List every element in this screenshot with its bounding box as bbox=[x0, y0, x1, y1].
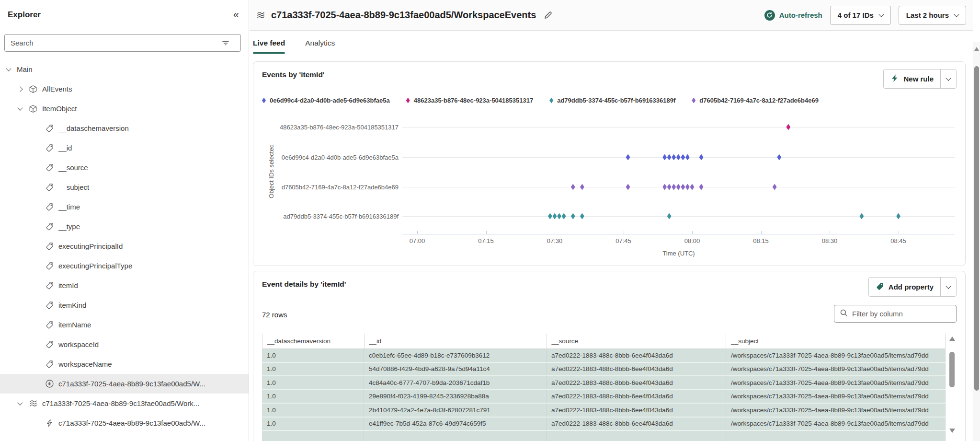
edit-title-icon[interactable] bbox=[544, 11, 553, 20]
tree-item-itemname[interactable]: itemName bbox=[0, 315, 249, 335]
scroll-up-icon[interactable] bbox=[974, 47, 979, 51]
tree-item-itemid[interactable]: itemId bbox=[0, 276, 249, 295]
category-label: ad79ddb5-3374-455c-b57f-b6916336189f bbox=[253, 213, 399, 220]
tree-item-workspacename[interactable]: workspaceName bbox=[0, 354, 249, 374]
tag-icon bbox=[45, 281, 54, 290]
tree-item-itemkind[interactable]: itemKind bbox=[0, 295, 249, 315]
column-header-dataschemaversion[interactable]: __dataschemaversion bbox=[262, 334, 365, 348]
collapse-sidebar-icon[interactable]: « bbox=[233, 10, 239, 20]
tree-item-label: itemKind bbox=[58, 301, 86, 309]
legend-item[interactable]: 0e6d99c4-d2a0-4d0b-ade5-6d9e63bfae5a bbox=[262, 97, 390, 104]
data-point-diamond bbox=[859, 213, 864, 220]
table-scrollbar[interactable] bbox=[946, 335, 958, 441]
data-point-diamond bbox=[681, 154, 685, 161]
filter-column-box[interactable] bbox=[834, 305, 957, 323]
table-cell bbox=[547, 431, 726, 441]
data-point-diamond bbox=[786, 124, 790, 130]
tab-live-feed[interactable]: Live feed bbox=[253, 31, 285, 56]
tab-analytics[interactable]: Analytics bbox=[305, 31, 335, 56]
events-panel-title: Events by 'itemId' bbox=[262, 70, 325, 79]
data-point-diamond bbox=[896, 213, 900, 220]
title-bar: c71a333f-7025-4aea-8b89-9c13fae00ad5/Wor… bbox=[250, 0, 973, 31]
table-scrollbar-thumb[interactable] bbox=[949, 352, 955, 387]
tree-item-__type[interactable]: __type bbox=[0, 217, 249, 236]
stream-icon bbox=[28, 399, 38, 408]
auto-refresh-toggle[interactable]: Auto-refresh bbox=[764, 10, 822, 21]
tree-item-label: AllEvents bbox=[42, 85, 72, 93]
tree-item-itemobject[interactable]: ItemObject bbox=[0, 99, 249, 118]
table-cell: 1.0 bbox=[262, 349, 364, 362]
x-tick-label: 07:30 bbox=[538, 237, 571, 244]
table-cell: 1.0 bbox=[262, 376, 364, 389]
table-cell: a7ed0222-1883-488c-8bbb-6ee4f043da6d bbox=[547, 376, 726, 389]
tree-item-__subject[interactable]: __subject bbox=[0, 177, 249, 197]
chevron-down-icon[interactable] bbox=[17, 105, 23, 110]
data-point-diamond bbox=[667, 213, 672, 220]
table-cell bbox=[726, 431, 946, 441]
x-tick-mark bbox=[692, 231, 693, 234]
tag-icon bbox=[45, 360, 54, 369]
tree-item-c71a333f-7025-4aea-8b89-9c13fae00ad5-work-[interactable]: c71a333f-7025-4aea-8b89-9c13fae00ad5/Wor… bbox=[0, 394, 249, 413]
data-point-diamond bbox=[662, 154, 667, 161]
table-row[interactable]: 1.0c0eb1efc-65ee-4d89-b18c-e737609b3612a… bbox=[262, 349, 946, 363]
table-row[interactable]: 1.0e41ff9ec-7b5d-452a-87c6-49d974c659f5a… bbox=[262, 418, 946, 431]
table-cell bbox=[262, 431, 364, 441]
gridline bbox=[402, 216, 955, 217]
ids-dropdown-label: 4 of 17 IDs bbox=[838, 11, 874, 19]
ids-dropdown[interactable]: 4 of 17 IDs bbox=[830, 6, 891, 25]
scroll-down-icon[interactable] bbox=[949, 429, 955, 433]
page-scrollbar[interactable] bbox=[973, 42, 980, 441]
tree-item-__dataschemaversion[interactable]: __dataschemaversion bbox=[0, 118, 249, 138]
data-point-diamond bbox=[562, 213, 566, 220]
tree-item-label: __dataschemaversion bbox=[58, 124, 129, 132]
tree-item-executingprincipalid[interactable]: executingPrincipalId bbox=[0, 236, 249, 256]
table-row[interactable]: 1.04c84a40c-6777-4707-b9da-203671cdaf1ba… bbox=[262, 376, 946, 390]
category-label: d7605b42-7169-4a7c-8a12-f27ade6b4e69 bbox=[253, 184, 399, 191]
tree-item-label: c71a333f-7025-4aea-8b89-9c13fae00ad5/W..… bbox=[58, 419, 205, 427]
tree-item-__source[interactable]: __source bbox=[0, 158, 249, 177]
time-range-dropdown[interactable]: Last 2 hours bbox=[899, 6, 966, 25]
table-cell: 1.0 bbox=[262, 390, 364, 403]
table-row-partial[interactable] bbox=[262, 431, 946, 441]
tree-item-__time[interactable]: __time bbox=[0, 197, 249, 217]
page-scrollbar-thumb[interactable] bbox=[974, 66, 979, 391]
filter-icon[interactable] bbox=[221, 38, 230, 48]
chevron-right-icon[interactable] bbox=[17, 86, 23, 92]
table-row[interactable]: 1.054d70886-f429-4bd9-a628-9a75d94a11c4a… bbox=[262, 363, 946, 377]
filter-column-input[interactable] bbox=[852, 310, 951, 318]
column-header-subject[interactable]: __subject bbox=[726, 334, 946, 348]
scroll-up-icon[interactable] bbox=[949, 337, 955, 341]
data-point-diamond bbox=[681, 184, 685, 190]
add-property-button[interactable]: Add property bbox=[868, 277, 957, 297]
category-label: 48623a35-b876-48ec-923a-504185351317 bbox=[253, 124, 399, 131]
table-cell: 2b410479-42a2-4e7a-8d3f-62807281c791 bbox=[364, 404, 547, 417]
table-row[interactable]: 1.02b410479-42a2-4e7a-8d3f-62807281c791a… bbox=[262, 404, 946, 418]
cube-icon bbox=[28, 84, 38, 94]
sidebar-search-box[interactable] bbox=[4, 34, 241, 52]
column-header-source[interactable]: __source bbox=[547, 334, 727, 348]
events-chart-panel: Events by 'itemId' New rule 0e6d99c4-d2a… bbox=[253, 61, 966, 266]
main-area: c71a333f-7025-4aea-8b89-9c13fae00ad5/Wor… bbox=[250, 0, 973, 441]
tree-item-label: __id bbox=[58, 144, 72, 152]
tree-item-allevents[interactable]: AllEvents bbox=[0, 79, 249, 99]
add-property-dropdown[interactable] bbox=[940, 278, 956, 296]
legend-label: 0e6d99c4-d2a0-4d0b-ade5-6d9e63bfae5a bbox=[270, 97, 390, 104]
chevron-down-icon[interactable] bbox=[17, 400, 23, 405]
column-header-id[interactable]: __id bbox=[365, 334, 547, 348]
tree-item-__id[interactable]: __id bbox=[0, 138, 249, 158]
chevron-down-icon[interactable] bbox=[6, 66, 11, 71]
cube-icon bbox=[28, 104, 38, 114]
tree-item-main[interactable]: Main bbox=[0, 59, 249, 79]
tree-item-label: itemId bbox=[58, 281, 78, 290]
explorer-tree: MainAllEventsItemObject__dataschemaversi… bbox=[0, 59, 249, 433]
search-input[interactable] bbox=[11, 39, 217, 47]
tree-item-executingprincipaltype[interactable]: executingPrincipalType bbox=[0, 256, 249, 276]
table-row[interactable]: 1.029e890f4-f023-4199-8245-2336928ba88aa… bbox=[262, 390, 946, 404]
tree-item-c71a333f-7025-4aea-8b89-9c13fae00ad5-w-[interactable]: c71a333f-7025-4aea-8b89-9c13fae00ad5/W..… bbox=[0, 374, 249, 394]
chevron-down-icon bbox=[946, 283, 951, 289]
table-cell: /workspaces/c71a333f-7025-4aea-8b89-9c13… bbox=[726, 390, 946, 403]
tree-item-workspaceid[interactable]: workspaceId bbox=[0, 335, 249, 354]
y-axis-label: Object IDs selected bbox=[268, 136, 275, 208]
tree-item-c71a333f-7025-4aea-8b89-9c13fae00ad5-w-[interactable]: c71a333f-7025-4aea-8b89-9c13fae00ad5/W..… bbox=[0, 413, 249, 433]
data-point-diamond bbox=[626, 184, 630, 190]
